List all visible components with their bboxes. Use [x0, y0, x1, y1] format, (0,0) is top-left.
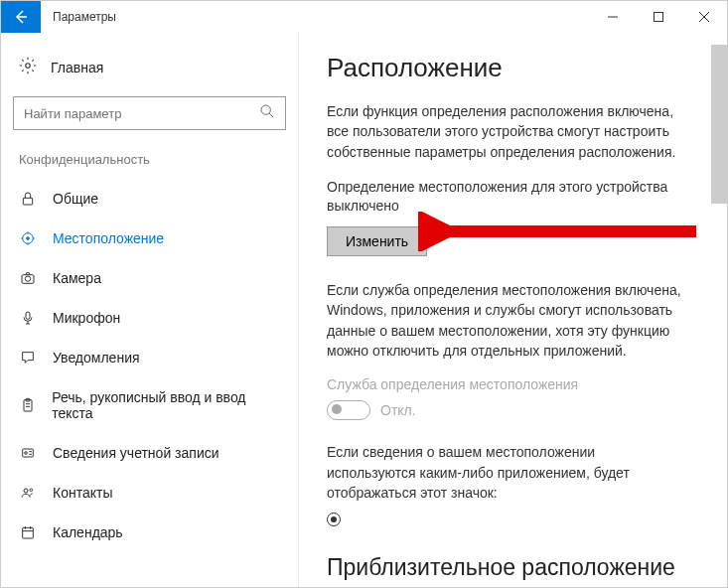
sidebar-section-title: Конфиденциальность	[9, 144, 290, 181]
sidebar-item-label: Контакты	[53, 485, 112, 501]
change-button[interactable]: Изменить	[327, 226, 427, 256]
service-label: Служба определения местоположения	[327, 376, 684, 392]
maximize-button[interactable]	[636, 1, 681, 33]
svg-line-6	[269, 113, 273, 117]
sidebar-item-label: Сведения учетной записи	[53, 445, 219, 461]
lock-icon	[19, 191, 37, 207]
sidebar-item-label: Камера	[53, 270, 101, 286]
minimize-icon	[608, 12, 618, 22]
back-button[interactable]	[1, 1, 41, 33]
approx-heading: Приблизительное расположение	[327, 554, 684, 581]
page-heading: Расположение	[327, 53, 684, 83]
sidebar-item-microphone[interactable]: Микрофон	[9, 300, 290, 336]
close-button[interactable]	[681, 1, 727, 33]
sidebar-item-label: Календарь	[53, 524, 123, 540]
svg-point-5	[261, 105, 270, 114]
sidebar-home[interactable]: Главная	[9, 49, 290, 86]
svg-point-4	[26, 64, 31, 69]
sidebar-item-notifications[interactable]: Уведомления	[9, 340, 290, 375]
camera-icon	[19, 270, 37, 286]
svg-rect-27	[23, 527, 34, 538]
sidebar-item-general[interactable]: Общие	[9, 181, 290, 217]
maximize-icon	[654, 12, 663, 22]
svg-point-25	[24, 489, 28, 493]
account-icon	[19, 445, 37, 461]
svg-point-9	[27, 237, 30, 240]
sidebar: Главная Конфиденциальность Общие Местопо…	[1, 33, 299, 587]
svg-point-15	[25, 276, 30, 281]
contacts-icon	[19, 485, 37, 501]
clipboard-icon	[19, 397, 36, 413]
close-icon	[699, 12, 709, 22]
svg-rect-1	[655, 13, 663, 22]
gear-icon	[19, 57, 37, 78]
service-paragraph: Если служба определения местоположения в…	[327, 280, 684, 361]
content-area: Расположение Если функция определения ра…	[299, 33, 727, 587]
minimize-button[interactable]	[590, 1, 636, 33]
intro-paragraph: Если функция определения расположения вк…	[327, 101, 684, 162]
mic-icon	[19, 310, 37, 326]
sidebar-item-calendar[interactable]: Календарь	[9, 514, 290, 550]
indicator-paragraph: Если сведения о вашем местоположении исп…	[327, 442, 684, 503]
toggle-row: Откл.	[327, 400, 684, 420]
svg-rect-16	[26, 312, 30, 319]
window-title: Параметры	[41, 10, 590, 24]
svg-point-22	[25, 452, 28, 455]
scrollbar-thumb[interactable]	[711, 45, 727, 204]
window-controls	[590, 1, 727, 33]
svg-point-26	[30, 489, 33, 492]
toggle-state-label: Откл.	[380, 402, 416, 418]
sidebar-item-camera[interactable]: Камера	[9, 260, 290, 296]
sidebar-item-label: Уведомления	[53, 350, 140, 366]
sidebar-home-label: Главная	[51, 60, 103, 75]
search-input[interactable]	[24, 106, 259, 121]
sidebar-item-account-info[interactable]: Сведения учетной записи	[9, 435, 290, 471]
location-icon	[19, 230, 37, 246]
sidebar-item-label: Общие	[53, 191, 98, 207]
sidebar-item-label: Речь, рукописный ввод и ввод текста	[52, 389, 280, 421]
sidebar-item-label: Микрофон	[53, 310, 120, 326]
titlebar: Параметры	[1, 1, 727, 33]
arrow-left-icon	[13, 9, 29, 25]
search-box[interactable]	[13, 96, 286, 130]
search-icon	[259, 103, 275, 123]
location-indicator-icon	[327, 513, 341, 526]
svg-rect-7	[23, 198, 32, 205]
sidebar-item-label: Местоположение	[53, 230, 164, 246]
device-status-label: Определение местоположения для этого уст…	[327, 178, 684, 217]
sidebar-item-contacts[interactable]: Контакты	[9, 475, 290, 511]
calendar-icon	[19, 524, 37, 540]
sidebar-item-location[interactable]: Местоположение	[9, 220, 290, 256]
location-service-toggle	[327, 400, 370, 420]
sidebar-item-speech[interactable]: Речь, рукописный ввод и ввод текста	[9, 379, 290, 431]
speech-icon	[19, 350, 37, 366]
